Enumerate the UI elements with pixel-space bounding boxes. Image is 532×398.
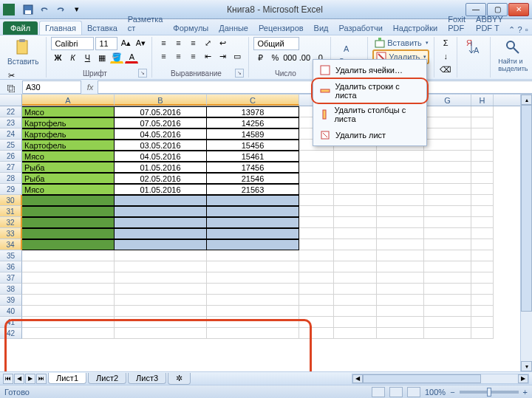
tab-review[interactable]: Рецензиров [253,21,309,35]
cell[interactable] [471,206,494,217]
align-right-icon[interactable]: ≡ [186,50,200,62]
sheet-tab-3[interactable]: Лист3 [128,373,166,384]
col-header-H[interactable]: H [471,95,494,106]
view-break-icon[interactable] [407,387,420,397]
hscroll-right-icon[interactable]: ▶ [518,374,528,383]
cell[interactable] [115,306,207,317]
cell[interactable] [115,239,207,250]
row-header-28[interactable]: 28 [0,173,22,184]
redo-icon[interactable] [53,3,68,16]
cell[interactable] [299,151,334,162]
cell[interactable] [377,306,424,317]
indent-inc-icon[interactable]: ⇥ [216,50,229,62]
qat-more-icon[interactable]: ▾ [69,3,84,16]
cell[interactable]: Рыба [22,162,115,173]
cell[interactable] [377,228,424,239]
cell[interactable] [377,328,424,339]
cell[interactable] [22,328,115,339]
cell[interactable] [207,272,299,284]
cell[interactable] [377,195,424,206]
cell[interactable] [334,295,377,306]
cell[interactable] [471,128,494,140]
cell[interactable] [377,250,424,261]
tab-data[interactable]: Данные [214,21,253,35]
undo-icon[interactable] [37,3,52,16]
zoom-in-icon[interactable]: + [523,388,528,397]
cell[interactable] [424,261,471,272]
menu-delete-sheet[interactable]: Удалить лист [315,126,425,144]
row-header-35[interactable]: 35 [0,250,22,261]
cell[interactable] [334,328,377,339]
cell[interactable] [424,317,471,328]
cells-insert-button[interactable]: Вставить▾ [372,37,429,49]
align-center-icon[interactable]: ≡ [171,50,185,62]
row-header-27[interactable]: 27 [0,162,22,173]
align-left-icon[interactable]: ≡ [157,50,170,62]
row-header-36[interactable]: 36 [0,261,22,272]
cell[interactable]: 04.05.2016 [115,128,207,140]
shrink-font-icon[interactable]: A▾ [134,37,147,49]
cell[interactable] [299,317,334,328]
cell[interactable] [471,239,494,250]
cell[interactable]: Картофель [22,117,115,128]
cell[interactable] [377,217,424,228]
cell[interactable] [115,272,207,284]
cell[interactable]: 21546 [207,173,299,184]
row-header-23[interactable]: 23 [0,117,22,128]
sheet-tab-2[interactable]: Лист2 [88,373,126,384]
cell[interactable] [207,217,299,228]
cell[interactable] [471,306,494,317]
cell[interactable] [471,217,494,228]
font-size-combo[interactable] [95,37,117,50]
cell[interactable] [471,328,494,339]
cell[interactable] [115,261,207,272]
orientation-icon[interactable]: ⤢ [201,37,214,49]
cell[interactable] [299,184,334,195]
row-header-40[interactable]: 40 [0,306,22,317]
cell[interactable] [334,284,377,295]
row-header-33[interactable]: 33 [0,228,22,239]
cell[interactable] [334,151,377,162]
cell[interactable] [207,228,299,239]
cell[interactable] [299,228,334,239]
cell[interactable] [299,261,334,272]
border-icon[interactable]: ▦ [95,52,109,64]
cell[interactable] [22,195,115,206]
row-header-32[interactable]: 32 [0,217,22,228]
cell[interactable] [334,217,377,228]
cell[interactable]: 14256 [207,117,299,128]
cell[interactable] [299,217,334,228]
row-header-37[interactable]: 37 [0,272,22,284]
sheet-nav-last-icon[interactable]: ⏭ [36,374,47,384]
cell[interactable]: 04.05.2016 [115,151,207,162]
vertical-scrollbar[interactable]: ▴ ▾ [520,95,532,371]
indent-dec-icon[interactable]: ⇤ [201,50,214,62]
cell[interactable] [471,261,494,272]
cell[interactable] [471,195,494,206]
col-header-G[interactable]: G [424,95,471,106]
cell[interactable]: 01.05.2016 [115,162,207,173]
cell[interactable] [471,228,494,239]
cell[interactable] [115,284,207,295]
cell[interactable] [115,250,207,261]
cell[interactable] [424,228,471,239]
cell[interactable] [424,217,471,228]
cell[interactable] [424,239,471,250]
cell[interactable] [377,206,424,217]
cell[interactable] [334,306,377,317]
italic-icon[interactable]: К [66,52,79,64]
currency-icon[interactable]: ₽ [253,52,267,64]
help-icon[interactable]: ? [518,25,522,35]
view-layout-icon[interactable] [389,387,403,397]
cell[interactable] [334,195,377,206]
align-bottom-icon[interactable]: ≡ [186,37,200,49]
cell[interactable] [22,261,115,272]
tab-view[interactable]: Вид [309,21,334,35]
cell[interactable]: 21563 [207,184,299,195]
cell[interactable] [471,184,494,195]
cell[interactable] [424,140,471,151]
cell[interactable] [471,284,494,295]
align-top-icon[interactable]: ≡ [157,37,170,49]
cell[interactable] [377,272,424,284]
cell[interactable] [115,217,207,228]
